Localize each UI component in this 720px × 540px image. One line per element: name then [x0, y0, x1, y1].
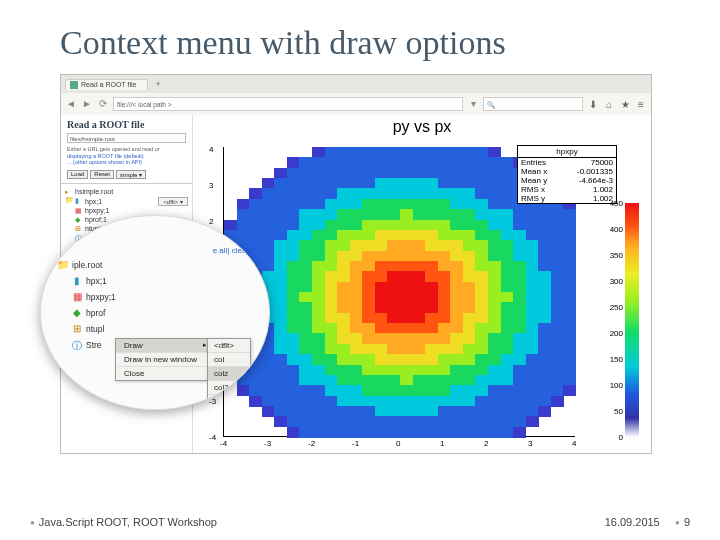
- stats-row: Mean x-0.001335: [518, 167, 616, 176]
- reset-button[interactable]: Reset: [90, 170, 114, 179]
- tree-root[interactable]: ▸📁hsimple.root: [65, 188, 188, 197]
- slide-title: Context menu with draw options: [0, 0, 720, 62]
- stats-box[interactable]: hpxpy Entries75000Mean x-0.001335Mean y-…: [517, 145, 617, 204]
- menu-icon[interactable]: ≡: [635, 99, 647, 110]
- colorbar-tick-label: 200: [610, 329, 623, 338]
- layout-select[interactable]: simple ▾: [116, 170, 146, 179]
- color-bar: [625, 203, 639, 437]
- hist2d-icon: ▦: [71, 291, 83, 303]
- colorbar-tick-label: 0: [619, 433, 623, 442]
- stats-row: Mean y-4.664e-3: [518, 176, 616, 185]
- colorbar-tick-label: 350: [610, 251, 623, 260]
- url-input[interactable]: file:///< local path >: [113, 97, 463, 111]
- context-menu[interactable]: Draw▸ Draw in new window Close: [115, 338, 212, 381]
- ctx-item-draw-new-window[interactable]: Draw in new window: [116, 353, 211, 367]
- colorbar-tick-label: 250: [610, 303, 623, 312]
- y-tick-label: 4: [209, 145, 213, 154]
- browser-tab[interactable]: Read a ROOT file: [65, 79, 148, 90]
- sidebar-link[interactable]: displaying a ROOT file (default): [67, 153, 144, 159]
- profile-icon: ◆: [75, 216, 83, 224]
- reload-icon[interactable]: ⟳: [97, 98, 109, 110]
- hist1d-icon: ▮: [75, 197, 83, 205]
- x-tick-label: 1: [440, 439, 444, 448]
- plot-title: py vs px: [193, 115, 651, 139]
- x-tick-label: 3: [528, 439, 532, 448]
- download-icon[interactable]: ⬇: [587, 99, 599, 110]
- draw-opt-select[interactable]: <dflt> ▾: [158, 197, 188, 206]
- opt-default[interactable]: <dflt>: [208, 339, 250, 353]
- colorbar-tick-label: 450: [610, 199, 623, 208]
- sidebar-link[interactable]: ... (other options shown in API): [67, 159, 142, 165]
- back-icon[interactable]: ◄: [65, 98, 77, 110]
- magnifier-callout: e all| clear 📁iple.root ▮hpx;1 ▦hpxpy;1 …: [40, 215, 270, 410]
- colorbar-tick-label: 150: [610, 355, 623, 364]
- x-tick-label: -1: [352, 439, 359, 448]
- info-icon: ⓘ: [71, 339, 83, 351]
- ctx-item-close[interactable]: Close: [116, 367, 211, 380]
- stats-row: RMS y1.002: [518, 194, 616, 203]
- tree-item[interactable]: ▦hpxpy;1: [57, 289, 257, 305]
- x-tick-label: 4: [572, 439, 576, 448]
- home-icon[interactable]: ⌂: [603, 99, 615, 110]
- tree-item[interactable]: ▮hpx;1<dflt> ▾: [65, 197, 188, 207]
- sidebar-description: Either a URL gets opened and read or dis…: [61, 144, 192, 168]
- tree-item[interactable]: ▮hpx;1: [57, 273, 257, 289]
- colorbar-tick-label: 50: [614, 407, 623, 416]
- favicon-icon: [70, 81, 78, 89]
- colorbar-tick-label: 100: [610, 381, 623, 390]
- footer-left: Java.Script ROOT, ROOT Workshop: [30, 516, 217, 528]
- tree-item[interactable]: ▦hpxpy;1: [65, 207, 188, 216]
- hist1d-icon: ▮: [71, 275, 83, 287]
- tree-item[interactable]: ⊞ntupl: [57, 321, 257, 337]
- new-tab-button[interactable]: +: [152, 79, 165, 89]
- bookmark-icon[interactable]: ★: [619, 99, 631, 110]
- ntuple-icon: ⊞: [75, 225, 83, 233]
- footer-date: 16.09.2015: [605, 516, 660, 528]
- x-tick-label: -4: [220, 439, 227, 448]
- x-tick-label: 0: [396, 439, 400, 448]
- colorbar-tick-label: 300: [610, 277, 623, 286]
- stats-name: hpxpy: [518, 146, 616, 158]
- stats-row: Entries75000: [518, 158, 616, 167]
- ctx-item-draw[interactable]: Draw▸: [116, 339, 211, 353]
- tree-root[interactable]: 📁iple.root: [57, 257, 257, 273]
- tree-control-links[interactable]: e all| clear: [57, 246, 257, 255]
- sidebar-heading: Read a ROOT file: [61, 115, 192, 132]
- load-button[interactable]: Load: [67, 170, 88, 179]
- profile-icon: ◆: [71, 307, 83, 319]
- folder-icon: 📁: [57, 259, 69, 271]
- y-tick-label: -4: [209, 433, 216, 442]
- forward-icon[interactable]: ►: [81, 98, 93, 110]
- y-tick-label: 3: [209, 181, 213, 190]
- y-tick-label: 2: [209, 217, 213, 226]
- folder-icon: ▸📁: [65, 188, 73, 196]
- y-tick-label: -3: [209, 397, 216, 406]
- browser-chrome: Read a ROOT file + ◄ ► ⟳ file:///< local…: [61, 75, 651, 115]
- colorbar-tick-label: 400: [610, 225, 623, 234]
- ntuple-icon: ⊞: [71, 323, 83, 335]
- hist2d-icon: ▦: [75, 207, 83, 215]
- opt-col[interactable]: col: [208, 353, 250, 367]
- x-tick-label: -2: [308, 439, 315, 448]
- x-tick-label: 2: [484, 439, 488, 448]
- tab-title: Read a ROOT file: [81, 81, 137, 88]
- tree-item[interactable]: ◆hprof: [57, 305, 257, 321]
- slide-footer: Java.Script ROOT, ROOT Workshop 16.09.20…: [30, 516, 690, 528]
- file-path-input[interactable]: files/hsimple.root: [67, 133, 186, 143]
- x-tick-label: -3: [264, 439, 271, 448]
- search-input[interactable]: 🔍: [483, 97, 583, 111]
- stats-row: RMS x1.002: [518, 185, 616, 194]
- dropdown-icon[interactable]: ▾: [467, 98, 479, 110]
- footer-page-number: 9: [675, 516, 690, 528]
